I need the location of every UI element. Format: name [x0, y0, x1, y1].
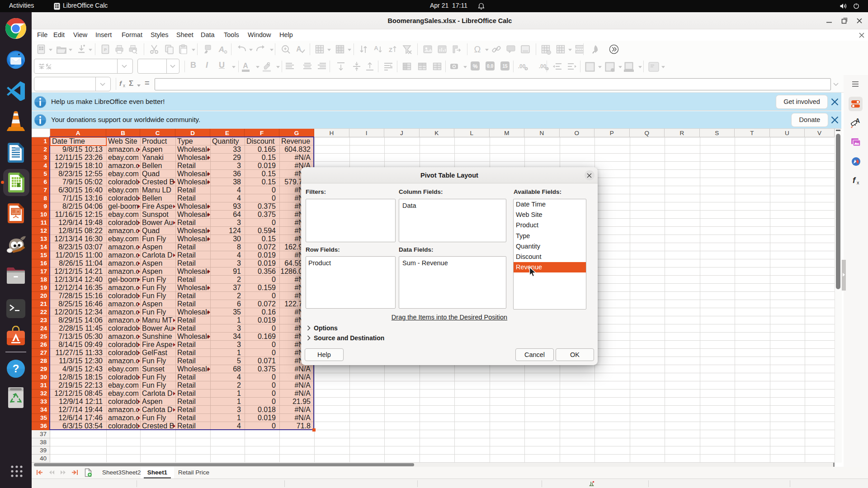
- svg-text:?: ?: [13, 362, 19, 375]
- svg-text:A: A: [243, 62, 248, 70]
- svg-text:Z: Z: [389, 47, 392, 53]
- svg-text:.00: .00: [518, 63, 526, 70]
- svg-text:A: A: [374, 45, 378, 52]
- svg-text:Ω: Ω: [474, 44, 481, 54]
- svg-text:P: P: [104, 47, 107, 52]
- svg-text:15: 15: [502, 64, 508, 69]
- svg-text:A: A: [296, 45, 302, 53]
- svg-text:0.0: 0.0: [487, 64, 493, 69]
- svg-text:%: %: [473, 63, 478, 70]
- svg-text:A: A: [218, 45, 224, 54]
- svg-text:.00: .00: [539, 63, 547, 70]
